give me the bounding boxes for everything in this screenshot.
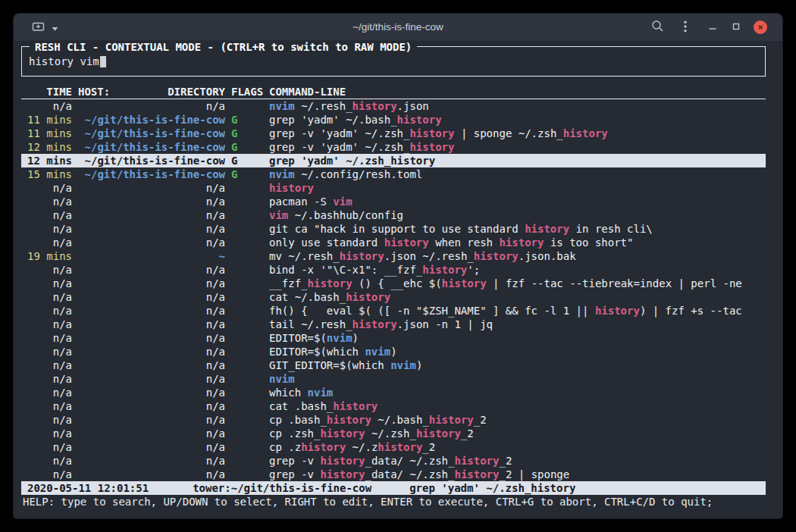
row-host-directory: ~ [78,249,225,263]
row-time: n/a [27,290,72,304]
resh-search-panel: RESH CLI - CONTEXTUAL MODE - (CTRL+R to … [21,46,766,77]
row-host-directory: n/a [78,440,225,454]
history-row[interactable]: n/an/agrep -v history_data/ ~/.zsh_histo… [21,454,766,468]
row-host-directory: n/a [78,413,225,427]
status-datetime: 2020-05-11 12:01:51 [27,481,149,495]
history-row[interactable]: n/an/anvim ~/.resh_history.json [21,99,766,113]
history-row[interactable]: n/an/agit ca "hack in support to use sta… [21,222,766,236]
row-command: only use standard history when resh hist… [269,236,766,249]
history-row[interactable]: 11 mins~/git/this-is-fine-cowGgrep -v 'y… [21,127,766,140]
row-command: grep -v history_data/ ~/.zsh_history_2 [269,454,766,468]
row-host-directory: n/a [78,208,225,222]
row-host-directory: ~/git/this-is-fine-cow [78,154,225,167]
row-time: n/a [27,222,72,236]
row-flags: G [231,154,263,167]
history-row-selected[interactable]: 12 mins~/git/this-is-fine-cowGgrep 'yadm… [21,154,766,167]
status-bar: 2020-05-11 12:01:51 tower:~/git/this-is-… [21,481,766,495]
history-row[interactable]: n/an/acat .bash_history [21,399,766,413]
search-query-text: history vim [29,55,99,67]
row-time: n/a [27,413,72,427]
history-row[interactable]: n/an/agrep -v history_data/ ~/.zsh_histo… [21,468,766,481]
history-row[interactable]: n/an/aEDITOR=$(nvim) [21,331,766,345]
history-row[interactable]: n/an/awhich nvim [21,386,766,399]
window-title: ~/git/this-is-fine-cow [353,14,443,41]
restore-button[interactable] [732,22,741,33]
history-row[interactable]: n/an/acp .zsh_history ~/.zsh_history_2 [21,427,766,440]
row-host-directory: n/a [78,468,225,481]
row-time: 12 mins [27,140,72,154]
row-host-directory: n/a [78,236,225,249]
add-tab-icon [32,20,45,35]
row-host-directory: ~/git/this-is-fine-cow [78,127,225,140]
header-command-line: COMMAND-LINE [269,86,766,99]
row-time: n/a [27,195,72,208]
text-cursor [100,56,106,67]
close-button[interactable]: × [754,20,767,34]
row-time: n/a [27,318,72,331]
row-host-directory: n/a [78,318,225,331]
history-row[interactable]: n/an/abind -x '"\C-x1": __fzf_history'; [21,263,766,277]
row-host-directory: n/a [78,222,225,236]
minimize-button[interactable] [708,22,717,33]
row-command: pacman -S vim [269,195,766,208]
row-host-directory: ~/git/this-is-fine-cow [78,140,225,154]
row-time: n/a [27,386,72,399]
history-row[interactable]: n/an/ahistory [21,181,766,195]
help-line: HELP: type to search, UP/DOWN to select,… [14,495,782,509]
row-host-directory: n/a [78,277,225,290]
history-rows: n/an/anvim ~/.resh_history.json11 mins~/… [14,99,782,481]
restore-icon [732,22,741,33]
row-command: git ca "hack in support to use standard … [269,222,766,236]
history-table: TIME HOST:DIRECTORY FLAGS COMMAND-LINE n… [14,86,782,481]
history-row[interactable]: 19 mins~mv ~/.resh_history.json ~/.resh_… [21,249,766,263]
menu-button[interactable] [684,20,687,35]
row-command: GIT_EDITOR=$(which nvim) [269,358,766,372]
row-time: n/a [27,399,72,413]
history-row[interactable]: n/an/atail ~/.resh_history.json -n 1 | j… [21,318,766,331]
row-host-directory: ~/git/this-is-fine-cow [78,113,225,127]
history-row[interactable]: 15 mins~/git/this-is-fine-cowGnvim ~/.co… [21,167,766,181]
row-time: n/a [27,236,72,249]
row-host-directory: n/a [78,399,225,413]
row-command: fh() { eval $( ([ -n "$ZSH_NAME" ] && fc… [269,304,766,318]
history-row[interactable]: n/an/a__fzf_history () { __ehc $(history… [21,277,766,290]
kebab-menu-icon [684,20,687,35]
row-time: n/a [27,304,72,318]
history-row[interactable]: 11 mins~/git/this-is-fine-cowGgrep 'yadm… [21,113,766,127]
table-header: TIME HOST:DIRECTORY FLAGS COMMAND-LINE [21,86,766,99]
header-host-directory: HOST:DIRECTORY [78,86,225,99]
row-host-directory: n/a [78,386,225,399]
history-row[interactable]: n/an/aonly use standard history when res… [21,236,766,249]
new-tab-button[interactable] [32,20,45,35]
row-flags: G [231,127,263,140]
history-row[interactable]: n/an/aGIT_EDITOR=$(which nvim) [21,358,766,372]
row-command: history [269,181,766,195]
row-command: grep 'yadm' ~/.zsh_history [269,154,766,167]
history-row[interactable]: n/an/apacman -S vim [21,195,766,208]
row-command: grep -v history_data/ ~/.zsh_history_2 |… [269,468,766,481]
history-row[interactable]: n/an/afh() { eval $( ([ -n "$ZSH_NAME" ]… [21,304,766,318]
history-row[interactable]: n/an/acp .zhistory ~/.zhistory_2 [21,440,766,454]
search-button[interactable] [651,20,664,35]
resh-mode-title: RESH CLI - CONTEXTUAL MODE - (CTRL+R to … [30,40,417,54]
row-flags: G [231,140,263,154]
row-command: cat .bash_history [269,399,766,413]
row-command: nvim [269,372,766,386]
row-host-directory: n/a [78,454,225,468]
row-time: n/a [27,331,72,345]
terminal-content: RESH CLI - CONTEXTUAL MODE - (CTRL+R to … [14,42,782,518]
chevron-down-icon[interactable] [52,20,58,34]
history-row[interactable]: 12 mins~/git/this-is-fine-cowGgrep -v 'y… [21,140,766,154]
history-row[interactable]: n/an/acat ~/.bash_history [21,290,766,304]
close-icon: × [757,23,763,32]
row-time: 11 mins [27,127,72,140]
row-flags: G [231,167,263,181]
history-row[interactable]: n/an/anvim [21,372,766,386]
row-command: mv ~/.resh_history.json ~/.resh_history.… [269,249,766,263]
row-command: cat ~/.bash_history [269,290,766,304]
history-row[interactable]: n/an/acp .bash_history ~/.bash_history_2 [21,413,766,427]
row-time: n/a [27,372,72,386]
history-row[interactable]: n/an/aEDITOR=$(which nvim) [21,345,766,358]
search-icon [651,20,664,35]
history-row[interactable]: n/an/avim ~/.bashhub/config [21,208,766,222]
